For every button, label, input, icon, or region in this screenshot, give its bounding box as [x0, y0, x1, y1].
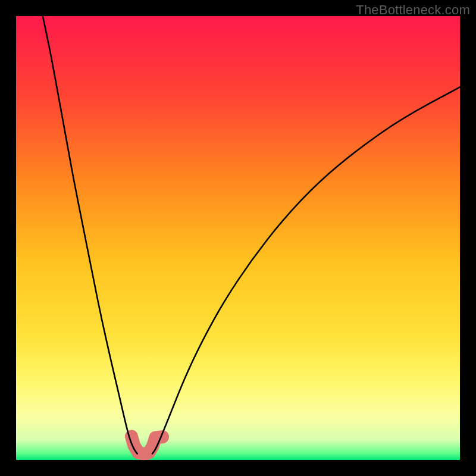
series-left-branch — [43, 16, 137, 454]
curve-layer — [16, 16, 460, 460]
watermark-label: TheBottleneck.com — [356, 2, 470, 18]
outer-frame: TheBottleneck.com — [0, 0, 476, 476]
series-right-branch — [152, 87, 460, 453]
bottleneck-curve — [43, 16, 460, 454]
chart-area — [16, 16, 460, 460]
